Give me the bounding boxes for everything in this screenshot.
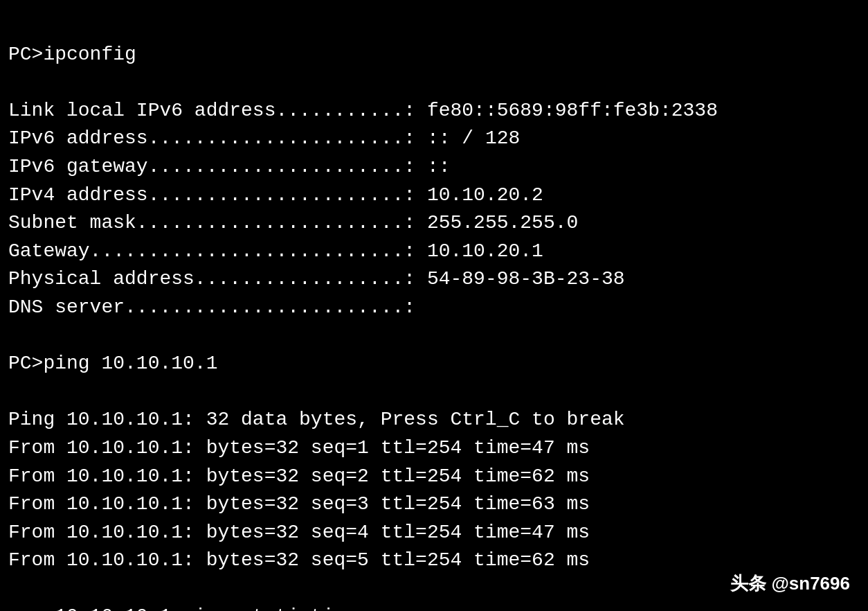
terminal-line: --- 10.10.10.1 ping statistics --- xyxy=(8,603,860,611)
terminal-line xyxy=(8,378,860,407)
terminal-line: Ping 10.10.10.1: 32 data bytes, Press Ct… xyxy=(8,406,860,434)
terminal-line: Gateway...........................: 10.1… xyxy=(8,238,860,266)
watermark: 头条 @sn7696 xyxy=(725,569,856,599)
terminal-line: Subnet mask.......................: 255.… xyxy=(8,209,860,238)
terminal-line: From 10.10.10.1: bytes=32 seq=2 ttl=254 … xyxy=(8,463,860,491)
terminal-line: From 10.10.10.1: bytes=32 seq=1 ttl=254 … xyxy=(8,434,860,463)
terminal-output: PC>ipconfig Link local IPv6 address.....… xyxy=(0,0,868,611)
terminal-line: DNS server........................: xyxy=(8,294,860,322)
terminal-line xyxy=(8,322,860,351)
terminal-line: Physical address..................: 54-8… xyxy=(8,265,860,294)
terminal-line: IPv6 gateway......................: :: xyxy=(8,153,860,181)
terminal-line: PC>ipconfig xyxy=(8,41,860,69)
terminal-line: IPv4 address......................: 10.1… xyxy=(8,181,860,210)
terminal-line: From 10.10.10.1: bytes=32 seq=4 ttl=254 … xyxy=(8,519,860,547)
terminal-line: Link local IPv6 address...........: fe80… xyxy=(8,97,860,125)
terminal-line xyxy=(8,69,860,97)
terminal-line: IPv6 address......................: :: /… xyxy=(8,125,860,153)
terminal-line: From 10.10.10.1: bytes=32 seq=3 ttl=254 … xyxy=(8,490,860,519)
terminal-line: PC>ping 10.10.10.1 xyxy=(8,350,860,378)
